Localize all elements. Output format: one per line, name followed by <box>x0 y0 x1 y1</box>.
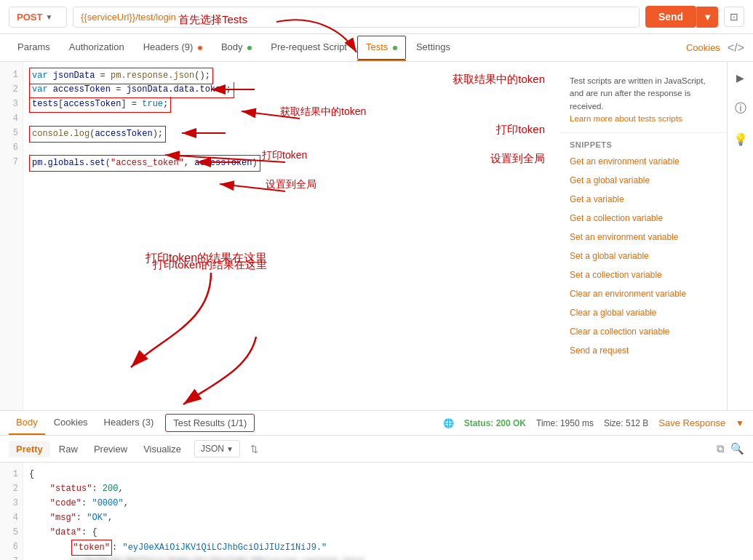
tests-dot <box>393 46 397 50</box>
snippets-section-title: SNIPPETS <box>559 133 727 152</box>
response-code[interactable]: { "status": 200, "code": "0000", "msg": … <box>23 463 753 560</box>
code-line-3: tests[accessToken] = true; <box>29 97 554 111</box>
code-line-1: var jsonData = pm.response.json(); <box>29 68 554 82</box>
method-chevron-icon: ▼ <box>45 13 52 21</box>
expand-icon[interactable]: ▶ <box>730 68 751 88</box>
bulb-icon[interactable]: 💡 <box>730 129 751 149</box>
status-badge: Status: 200 OK <box>464 418 526 428</box>
url-input[interactable] <box>73 7 640 28</box>
json-select-chevron: ▼ <box>226 445 234 453</box>
json-label: JSON <box>201 444 224 454</box>
snippets-description: Test scripts are written in JavaScript, … <box>559 69 727 133</box>
tab-body[interactable]: Body <box>212 34 260 61</box>
code-line-2: var accessToken = jsonData.data.token; <box>29 82 554 97</box>
snippet-clear-collection[interactable]: Clear a collection variable <box>559 322 727 341</box>
tab-prerequest[interactable]: Pre-request Script <box>262 34 356 61</box>
body-dot <box>247 46 252 50</box>
snippet-get-var[interactable]: Get a variable <box>559 190 727 209</box>
tab-params[interactable]: Params <box>9 34 59 61</box>
response-status-area: 🌐 Status: 200 OK Time: 1950 ms Size: 512… <box>443 417 744 428</box>
panel-toggle-icon[interactable]: </> <box>728 41 744 55</box>
line-numbers: 1234 567 <box>0 62 23 410</box>
response-body: 1234 56789 { "status": 200, "code": "000… <box>0 463 753 560</box>
tab-settings[interactable]: Settings <box>407 34 459 61</box>
snippet-get-env[interactable]: Get an environment variable <box>559 152 727 171</box>
copy-icon[interactable]: ⧉ <box>717 442 725 455</box>
request-tabs: Params Authorization Headers (9) Body Pr… <box>0 34 753 62</box>
snippet-set-env[interactable]: Set an environment variable <box>559 228 727 247</box>
send-button[interactable]: Send <box>645 6 696 28</box>
globe-icon: 🌐 <box>443 418 454 428</box>
send-dropdown-button[interactable]: ▼ <box>696 7 718 28</box>
resp-line-4: "msg": "OK", <box>29 511 747 525</box>
tab-tests[interactable]: Tests <box>357 34 406 61</box>
snippet-get-global[interactable]: Get a global variable <box>559 171 727 190</box>
snippets-panel: Test scripts are written in JavaScript, … <box>559 62 727 410</box>
resp-line-6: "token": "eyJ0eXAiOiJKV1QiLCJhbGciOiJIUz… <box>29 540 747 554</box>
method-select[interactable]: POST ▼ <box>9 7 67 28</box>
format-icons: ⧉ 🔍 <box>717 442 744 455</box>
send-label: Send <box>658 11 683 23</box>
code-line-6 <box>29 140 554 155</box>
resp-line-blurred: eyJ0eXAiOiJKV1QiLCJhbGciOiJIUzI1NiJ9blur… <box>29 554 747 560</box>
code-line-4 <box>29 111 554 126</box>
cookies-link[interactable]: Cookies <box>686 42 720 53</box>
save-response-chevron[interactable]: ▼ <box>736 418 744 428</box>
save-icon[interactable]: ⊡ <box>724 7 744 27</box>
snippet-send-request[interactable]: Send a request <box>559 341 727 360</box>
snippet-clear-global[interactable]: Clear a global variable <box>559 303 727 322</box>
snippet-set-collection[interactable]: Set a collection variable <box>559 265 727 284</box>
send-group: Send ▼ <box>645 6 718 28</box>
resp-tab-body[interactable]: Body <box>9 411 45 435</box>
resp-line-5: "data": { <box>29 525 747 540</box>
right-sidebar: ▶ ⓘ 💡 <box>727 62 753 410</box>
tab-headers[interactable]: Headers (9) <box>135 34 211 61</box>
response-tabs-row: Body Cookies Headers (3) Test Results (1… <box>0 411 753 436</box>
resp-line-3: "code": "0000", <box>29 496 747 511</box>
search-resp-icon[interactable]: 🔍 <box>730 442 744 455</box>
tab-authorization[interactable]: Authorization <box>60 34 133 61</box>
resp-tab-test-results[interactable]: Test Results (1/1) <box>165 414 255 432</box>
size-info: Size: 512 B <box>604 418 648 428</box>
learn-more-link[interactable]: Learn more about tests scripts <box>570 114 682 123</box>
fmt-tab-pretty[interactable]: Pretty <box>9 441 50 457</box>
response-section: Body Cookies Headers (3) Test Results (1… <box>0 411 753 560</box>
snippet-set-global[interactable]: Set a global variable <box>559 247 727 265</box>
resp-tab-cookies[interactable]: Cookies <box>47 411 95 435</box>
method-label: POST <box>17 12 42 23</box>
fmt-tab-raw[interactable]: Raw <box>52 441 85 457</box>
filter-icon[interactable]: ⇅ <box>246 441 263 457</box>
code-content[interactable]: var jsonData = pm.response.json(); var a… <box>23 62 559 410</box>
json-format-select[interactable]: JSON ▼ <box>194 440 240 457</box>
request-bar: POST ▼ Send ▼ ⊡ <box>0 0 753 34</box>
fmt-tab-preview[interactable]: Preview <box>87 441 135 457</box>
resp-line-numbers: 1234 56789 <box>0 463 23 560</box>
code-line-7: pm.globals.set("access_token", accessTok… <box>29 155 554 169</box>
save-response-button[interactable]: Save Response <box>658 417 725 428</box>
resp-line-2: "status": 200, <box>29 481 747 496</box>
fmt-tab-visualize[interactable]: Visualize <box>136 441 188 457</box>
time-info: Time: 1950 ms <box>536 418 594 428</box>
help-icon[interactable]: ⓘ <box>730 98 751 119</box>
resp-line-1: { <box>29 467 747 481</box>
main-content: 1234 567 var jsonData = pm.response.json… <box>0 62 753 411</box>
editor-wrapper: 1234 567 var jsonData = pm.response.json… <box>0 62 559 410</box>
snippet-get-collection[interactable]: Get a collection variable <box>559 209 727 228</box>
resp-tab-headers[interactable]: Headers (3) <box>97 411 162 435</box>
snippet-clear-env[interactable]: Clear an environment variable <box>559 284 727 303</box>
headers-dot <box>198 46 202 50</box>
code-line-5: console.log(accessToken); <box>29 126 554 140</box>
response-format-tabs: Pretty Raw Preview Visualize JSON ▼ ⇅ ⧉ … <box>0 436 753 463</box>
